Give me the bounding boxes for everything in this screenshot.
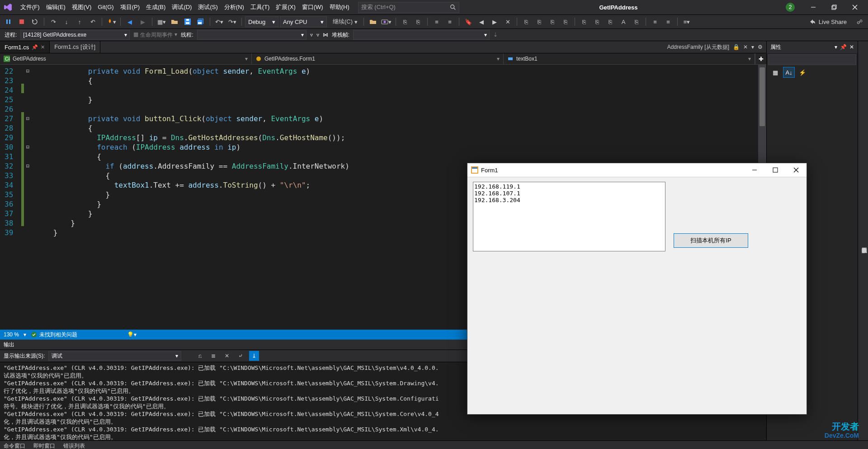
start-debug-button[interactable]: 继续(C)▾ xyxy=(328,16,360,27)
form1-textbox[interactable] xyxy=(473,182,665,251)
lightbulb-icon[interactable]: 💡▾ xyxy=(127,331,137,338)
output-goto-button[interactable]: ≣ xyxy=(208,351,218,361)
menu-item[interactable]: 调试(D) xyxy=(169,0,195,14)
new-item-button[interactable]: ▦▾ xyxy=(156,16,167,27)
thread-combo[interactable]: ▾ xyxy=(197,30,307,40)
properties-title-bar[interactable]: 属性 ▾ 📌 ✕ xyxy=(767,41,858,53)
menu-item[interactable]: 文件(F) xyxy=(17,0,43,14)
notification-badge[interactable]: 2 xyxy=(786,3,795,12)
pause-button[interactable] xyxy=(3,16,14,27)
form1-maximize-button[interactable] xyxy=(765,163,786,177)
screenshot-button[interactable]: ▾ xyxy=(380,16,392,27)
close-icon[interactable]: ✕ xyxy=(849,44,854,50)
alphabetical-view-icon[interactable]: A↓ xyxy=(783,67,795,78)
lifecycle-button[interactable]: ▦ 生命周期事件 ▾ xyxy=(133,31,177,39)
events-view-icon[interactable]: ⚡ xyxy=(797,67,808,78)
categorized-view-icon[interactable]: ▦ xyxy=(769,67,781,78)
pin-icon[interactable]: 📌 xyxy=(32,44,38,50)
process-combo[interactable]: [14128] GetIPAddress.exe▾ xyxy=(20,30,130,40)
misc-button-10[interactable]: ≡ xyxy=(649,16,661,27)
menu-item[interactable]: 扩展(X) xyxy=(273,0,298,14)
misc-button-8[interactable]: A xyxy=(618,16,629,27)
menu-item[interactable]: 工具(T) xyxy=(247,0,273,14)
misc-button-5[interactable]: ⎘ xyxy=(578,16,590,27)
bookmark-button[interactable]: 🔖 xyxy=(462,16,474,27)
tab-form1-design[interactable]: Form1.cs [设计] xyxy=(50,41,100,53)
stop-button[interactable] xyxy=(16,16,28,27)
threads-icon[interactable]: ⋈ xyxy=(323,32,328,38)
search-box[interactable]: 搜索 (Ctrl+Q) xyxy=(358,2,459,13)
crumb-member[interactable]: textBox1▾ xyxy=(504,53,755,64)
misc-button-1[interactable]: ⎘ xyxy=(520,16,532,27)
output-clear-button[interactable]: ✕ xyxy=(222,351,232,361)
misc-button-6[interactable]: ⎘ xyxy=(591,16,603,27)
bookmark-next-button[interactable]: ▶ xyxy=(489,16,500,27)
outdent-button[interactable]: ≡ xyxy=(444,16,456,27)
form1-minimize-button[interactable] xyxy=(744,163,765,177)
window-close-button[interactable] xyxy=(844,0,865,14)
menu-item[interactable]: 编辑(E) xyxy=(43,0,69,14)
menu-item[interactable]: 帮助(H) xyxy=(326,0,353,14)
properties-object-combo[interactable] xyxy=(768,54,856,65)
no-issues-indicator[interactable]: 未找到相关问题 xyxy=(31,331,77,339)
form1-titlebar[interactable]: Form1 xyxy=(467,163,807,177)
toolbox-button[interactable]: ⎘ xyxy=(399,16,411,27)
menu-item[interactable]: 视图(V) xyxy=(69,0,94,14)
menu-item[interactable]: 窗口(W) xyxy=(299,0,326,14)
misc-button-11[interactable]: ≡ xyxy=(662,16,674,27)
nav-back-button[interactable]: ◀ xyxy=(124,16,136,27)
hot-reload-button[interactable]: ▾ xyxy=(105,16,117,27)
save-button[interactable] xyxy=(182,16,193,27)
status-item[interactable]: 即时窗口 xyxy=(33,442,55,449)
config-combo[interactable]: Debug▾ xyxy=(245,16,278,27)
misc-button-4[interactable]: ⎘ xyxy=(560,16,571,27)
misc-button-9[interactable]: ⎘ xyxy=(631,16,642,27)
bookmark-prev-button[interactable]: ◀ xyxy=(476,16,487,27)
gear-icon[interactable]: ⚙ xyxy=(758,44,763,50)
menu-item[interactable]: Git(G) xyxy=(94,0,117,14)
misc-button-2[interactable]: ⎘ xyxy=(533,16,545,27)
attach-process-button[interactable] xyxy=(367,16,379,27)
feedback-button[interactable]: ☍ xyxy=(854,16,865,27)
status-item[interactable]: 错误列表 xyxy=(63,442,85,449)
misc-button-3[interactable]: ⎘ xyxy=(547,16,558,27)
crumb-class[interactable]: GetIPAddress.Form1▾ xyxy=(252,53,504,64)
split-button[interactable]: ✚ xyxy=(755,53,766,64)
scrollbar-thumb[interactable] xyxy=(760,67,765,126)
live-share-button[interactable]: Live Share xyxy=(803,18,852,25)
close-icon[interactable]: ✕ xyxy=(41,44,45,50)
zoom-level[interactable]: 130 % xyxy=(4,331,19,338)
flag-filter-button[interactable]: ▿ xyxy=(310,32,313,38)
step-out-button[interactable]: ↑ xyxy=(74,16,85,27)
stackframe-combo[interactable]: ▾ xyxy=(353,30,490,40)
pin-icon[interactable]: 📌 xyxy=(840,44,847,50)
indent-button[interactable]: ≡ xyxy=(431,16,443,27)
form1-running-window[interactable]: Form1 扫描本机所有IP xyxy=(467,163,807,415)
status-item[interactable]: 命令窗口 xyxy=(4,442,25,449)
form1-scan-button[interactable]: 扫描本机所有IP xyxy=(674,233,748,248)
menu-item[interactable]: 分析(N) xyxy=(221,0,247,14)
menu-item[interactable]: 项目(P) xyxy=(117,0,143,14)
menu-item[interactable]: 生成(B) xyxy=(143,0,169,14)
restart-button[interactable] xyxy=(29,16,41,27)
misc-button-12[interactable]: ≡▾ xyxy=(681,16,693,27)
nav-fwd-button[interactable]: ▶ xyxy=(137,16,149,27)
platform-combo[interactable]: Any CPU▾ xyxy=(280,16,327,27)
undo-button[interactable]: ↶▾ xyxy=(213,16,225,27)
step-back-button[interactable]: ↶ xyxy=(87,16,99,27)
preview-tab-label[interactable]: AddressFamily [从元数据] xyxy=(667,43,729,51)
comment-button[interactable]: ⎘ xyxy=(412,16,424,27)
step-into-button[interactable]: ↓ xyxy=(61,16,72,27)
output-source-combo[interactable]: 调试▾ xyxy=(48,351,181,361)
save-all-button[interactable] xyxy=(195,16,207,27)
dropdown-icon[interactable]: ▾ xyxy=(835,44,837,50)
redo-button[interactable]: ↷▾ xyxy=(226,16,238,27)
output-wrap-button[interactable]: ⤶ xyxy=(236,351,245,361)
step-over-button[interactable]: ↷ xyxy=(47,16,59,27)
fold-column[interactable]: ⊟ ⊟ ⊟ ⊟ xyxy=(24,65,31,330)
crumb-project[interactable]: C# GetIPAddress▾ xyxy=(0,53,252,64)
output-autoscroll-button[interactable]: ⤓ xyxy=(249,351,259,361)
close-icon[interactable]: ✕ xyxy=(743,44,748,50)
output-find-button[interactable]: ⎌ xyxy=(195,351,205,361)
window-restore-button[interactable] xyxy=(824,0,844,14)
